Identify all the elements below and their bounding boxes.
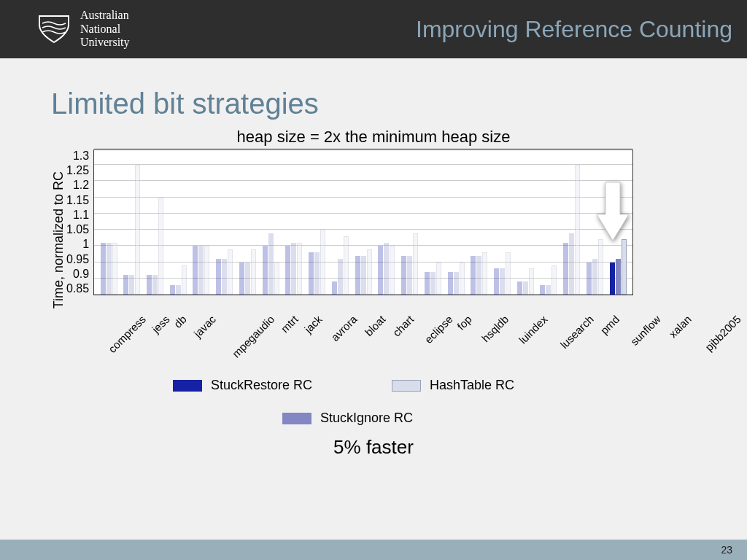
bar (147, 275, 152, 295)
bar (390, 246, 395, 295)
x-tick: pmd (592, 308, 617, 326)
bar (135, 165, 140, 295)
y-tick: 1.25 (66, 164, 89, 177)
bar (448, 272, 453, 295)
bar-group (97, 150, 120, 295)
bar-group (120, 150, 144, 295)
bar (176, 285, 181, 295)
bar (384, 243, 389, 295)
bar (338, 259, 343, 295)
bar (430, 272, 436, 295)
y-axis-ticks: 1.31.251.21.151.11.0510.950.90.85 (66, 149, 93, 295)
bar (575, 165, 580, 295)
bar-group (190, 150, 213, 295)
bar (129, 275, 134, 295)
bar (592, 259, 597, 295)
x-tick: db (168, 308, 185, 326)
bar-group (166, 150, 190, 295)
bar (454, 272, 459, 295)
bar-group (282, 150, 306, 295)
bar (587, 262, 592, 295)
y-tick: 1.15 (66, 194, 89, 207)
bar-group (375, 150, 398, 295)
bar (152, 275, 158, 295)
x-axis-ticks: compressjessdbjavacmpegaudiomtrtjackavro… (92, 308, 632, 326)
bar (610, 262, 615, 295)
y-tick: 0.85 (66, 282, 89, 295)
bar-group (537, 150, 560, 295)
university-name: Australian National University (80, 9, 130, 49)
bar (569, 233, 574, 295)
bar (506, 252, 511, 295)
bar (500, 268, 505, 295)
bar-group (421, 150, 444, 295)
bar (158, 198, 163, 295)
bar-group (236, 150, 260, 295)
bar (291, 243, 296, 295)
bar (320, 230, 325, 295)
slide-title: Limited bit strategies (51, 88, 696, 120)
x-tick: jess (144, 308, 168, 326)
chart: Time, normalized to RC 1.31.251.21.151.1… (51, 149, 696, 308)
bar (367, 249, 372, 295)
bar (112, 243, 117, 295)
bar (107, 243, 112, 295)
gridline (94, 148, 632, 149)
bar (228, 249, 233, 295)
x-tick: chart (383, 308, 411, 326)
bar-group (514, 150, 537, 295)
bar (309, 252, 314, 295)
x-tick: mpegaudio (214, 308, 272, 326)
legend-swatch (282, 413, 311, 424)
x-tick-label: xalan (666, 313, 693, 340)
y-tick: 1.1 (73, 209, 89, 222)
bar (529, 268, 534, 295)
legend-item: HashTable RC (392, 378, 574, 393)
bar-group (468, 150, 491, 295)
bar-group (491, 150, 514, 295)
bar (401, 256, 406, 295)
bar (251, 249, 256, 295)
y-axis-label: Time, normalized to RC (51, 171, 66, 308)
x-tick: sunflow (617, 308, 659, 326)
header-title: Improving Reference Counting (416, 16, 732, 43)
legend-label: StuckRestore RC (211, 378, 312, 393)
university-emblem-icon (36, 12, 71, 47)
legend: StuckRestore RCHashTable RCStuckIgnore R… (140, 378, 607, 426)
y-tick: 1.2 (73, 179, 89, 192)
bar (245, 262, 250, 295)
bar-group (560, 150, 584, 295)
bar (239, 262, 244, 295)
bar (332, 281, 337, 295)
bar (285, 246, 290, 295)
chart-title: heap size = 2x the minimum heap size (51, 128, 696, 147)
bars-container (94, 150, 632, 295)
y-tick: 1.05 (66, 223, 89, 236)
y-tick: 1.3 (73, 149, 89, 163)
x-tick: hsqldb (470, 308, 506, 326)
legend-swatch (173, 380, 202, 392)
uni-line: National (80, 23, 130, 36)
bar (198, 246, 204, 295)
bar (101, 243, 106, 295)
legend-item: StuckIgnore RC (282, 411, 465, 426)
bar (622, 239, 627, 295)
x-tick: luindex (506, 308, 546, 326)
bar (425, 272, 430, 295)
x-tick: eclipse (412, 308, 451, 326)
bar (361, 256, 366, 295)
x-tick: compress (92, 308, 144, 326)
bar (460, 262, 465, 295)
bar (482, 252, 487, 295)
x-tick: mtrt (273, 308, 296, 326)
legend-label: StuckIgnore RC (320, 411, 413, 426)
bar (476, 256, 481, 295)
bar-group (584, 150, 607, 295)
y-tick: 0.95 (66, 253, 89, 266)
legend-swatch (392, 380, 421, 392)
bar (274, 262, 279, 295)
bar (407, 256, 412, 295)
bar (546, 285, 551, 295)
x-tick-label: luindex (516, 313, 550, 346)
bar (314, 252, 320, 295)
